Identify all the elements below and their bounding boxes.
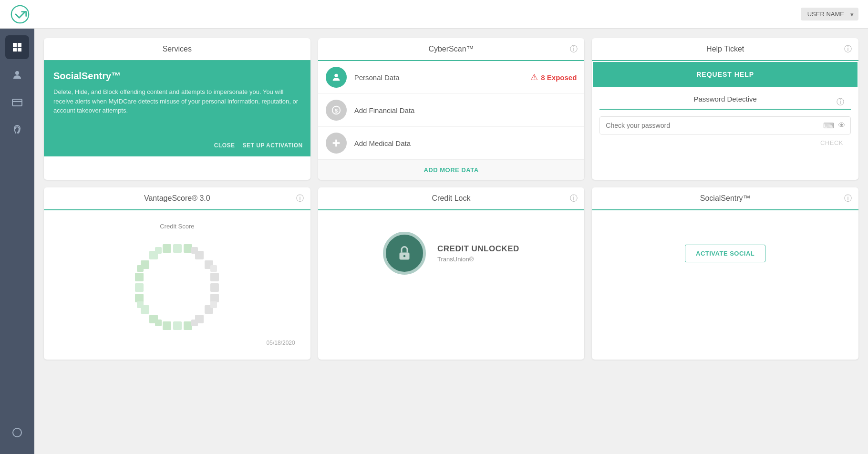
password-detective-info-icon[interactable]: ⓘ [837, 97, 844, 107]
personal-data-icon [326, 67, 347, 88]
password-detective-section: Password Detective ⓘ ⌨ 👁 CHECK [592, 88, 858, 156]
setup-activation-button[interactable]: SET UP ACTIVATION [243, 142, 303, 149]
vantage-score-info-icon[interactable]: ⓘ [296, 194, 304, 204]
cyberscan-personal-data: Personal Data ⚠ 8 Exposed [318, 61, 585, 94]
logo [10, 4, 31, 25]
credit-lock-sub-text: TransUnion® [437, 256, 519, 263]
social-sentry-info-icon[interactable]: ⓘ [844, 194, 852, 204]
svg-point-44 [403, 255, 406, 258]
promo-actions: CLOSE SET UP ACTIVATION [214, 142, 303, 149]
sidebar-item-explore[interactable] [5, 421, 29, 444]
svg-rect-3 [13, 48, 17, 52]
help-ticket-title: Help Ticket [706, 45, 744, 53]
svg-rect-33 [173, 321, 182, 330]
keyboard-icon[interactable]: ⌨ [823, 121, 834, 130]
credit-lock-info-icon[interactable]: ⓘ [570, 194, 578, 204]
credit-lock-card: Credit Lock ⓘ CREDIT UNLOCKED TransUnion… [318, 187, 585, 360]
vantage-score-card: VantageScore® 3.0 ⓘ Credit Score [44, 187, 310, 360]
social-sentry-card-title: SocialSentry™ [700, 194, 751, 203]
financial-data-label: Add Financial Data [354, 106, 415, 114]
svg-rect-35 [155, 247, 162, 254]
social-sentry-card-body: ACTIVATE SOCIAL [592, 210, 858, 296]
svg-point-8 [13, 428, 21, 437]
grid-row-1: Services SocialSentry™ Delete, Hide, and… [44, 38, 858, 180]
close-button[interactable]: CLOSE [214, 142, 235, 149]
main-layout: Services SocialSentry™ Delete, Hide, and… [0, 29, 868, 454]
cyberscan-financial-data[interactable]: $ Add Financial Data [318, 94, 585, 127]
credit-lock-body: CREDIT UNLOCKED TransUnion® [318, 210, 585, 296]
activate-social-button[interactable]: ACTIVATE SOCIAL [685, 245, 765, 262]
exposed-count: 8 Exposed [541, 73, 577, 82]
svg-rect-25 [210, 273, 219, 281]
cyberscan-medical-data[interactable]: Add Medical Data [318, 127, 585, 159]
svg-text:$: $ [335, 108, 338, 114]
services-card-header: Services [44, 38, 310, 61]
svg-point-10 [334, 74, 338, 77]
svg-rect-23 [135, 283, 144, 292]
credit-score-visual [52, 230, 303, 340]
credit-lock-title: Credit Lock [432, 194, 471, 203]
help-ticket-info-icon[interactable]: ⓘ [844, 44, 852, 54]
promo-description: Delete, Hide, and Block offending conten… [53, 87, 301, 115]
svg-rect-41 [155, 320, 162, 326]
request-help-button[interactable]: REQUEST HELP [592, 61, 858, 88]
svg-rect-34 [184, 321, 192, 330]
svg-rect-38 [210, 265, 217, 272]
cyberscan-items: Personal Data ⚠ 8 Exposed $ [318, 61, 585, 159]
svg-rect-17 [184, 244, 192, 253]
vantage-score-header: VantageScore® 3.0 ⓘ [44, 187, 310, 210]
social-sentry-promo: SocialSentry™ Delete, Hide, and Block of… [44, 61, 310, 156]
cyberscan-title: CyberScan™ [428, 45, 474, 53]
credit-date: 05/18/2020 [52, 340, 303, 352]
sidebar [0, 29, 34, 454]
svg-rect-26 [210, 283, 219, 292]
personal-data-label: Personal Data [354, 73, 400, 82]
eye-icon[interactable]: 👁 [838, 121, 846, 130]
personal-data-alert: ⚠ 8 Exposed [530, 72, 577, 83]
sidebar-item-payment[interactable] [5, 91, 29, 114]
svg-rect-37 [137, 265, 144, 272]
svg-rect-15 [163, 244, 171, 253]
top-nav: USER NAME [0, 0, 868, 29]
services-title: Services [163, 45, 192, 53]
social-sentry-card-header: SocialSentry™ ⓘ [592, 187, 858, 210]
credit-lock-header: Credit Lock ⓘ [318, 187, 585, 210]
help-ticket-header: Help Ticket ⓘ [592, 38, 858, 61]
password-check-button[interactable]: CHECK [599, 134, 851, 149]
help-ticket-card: Help Ticket ⓘ REQUEST HELP Password Dete… [592, 38, 858, 180]
svg-rect-22 [135, 273, 144, 281]
svg-rect-40 [210, 301, 217, 308]
svg-rect-27 [210, 294, 219, 302]
svg-rect-24 [135, 294, 144, 302]
financial-data-icon: $ [326, 100, 347, 121]
password-field-icons: ⌨ 👁 [818, 121, 850, 130]
sidebar-item-fingerprint[interactable] [5, 118, 29, 142]
svg-rect-39 [137, 301, 144, 308]
sidebar-item-dashboard[interactable] [5, 35, 29, 59]
medical-data-label: Add Medical Data [354, 139, 411, 147]
svg-rect-2 [18, 43, 21, 47]
credit-lock-status: CREDIT UNLOCKED TransUnion® [437, 244, 519, 263]
svg-rect-16 [173, 244, 182, 253]
svg-rect-32 [163, 321, 171, 330]
password-detective-header: Password Detective ⓘ [599, 95, 851, 110]
medical-data-icon [326, 133, 347, 154]
sidebar-item-profile[interactable] [5, 63, 29, 87]
cyberscan-info-icon[interactable]: ⓘ [570, 44, 578, 54]
add-more-data-link[interactable]: ADD MORE DATA [424, 166, 478, 174]
password-input[interactable] [600, 117, 818, 134]
svg-rect-6 [12, 99, 22, 106]
add-more-data[interactable]: ADD MORE DATA [318, 159, 585, 180]
services-card: Services SocialSentry™ Delete, Hide, and… [44, 38, 310, 180]
cyberscan-card-header: CyberScan™ ⓘ [318, 38, 585, 61]
cyberscan-card: CyberScan™ ⓘ Personal Data ⚠ [318, 38, 585, 180]
svg-rect-14 [332, 142, 340, 144]
services-card-body: SocialSentry™ Delete, Hide, and Block of… [44, 61, 310, 156]
vantage-score-title: VantageScore® 3.0 [144, 194, 210, 203]
user-dropdown[interactable]: USER NAME [801, 8, 858, 21]
svg-rect-36 [191, 247, 198, 254]
svg-rect-4 [18, 48, 21, 52]
credit-score-label: Credit Score [52, 218, 303, 230]
svg-rect-1 [13, 43, 17, 47]
top-nav-right: USER NAME [801, 8, 858, 21]
